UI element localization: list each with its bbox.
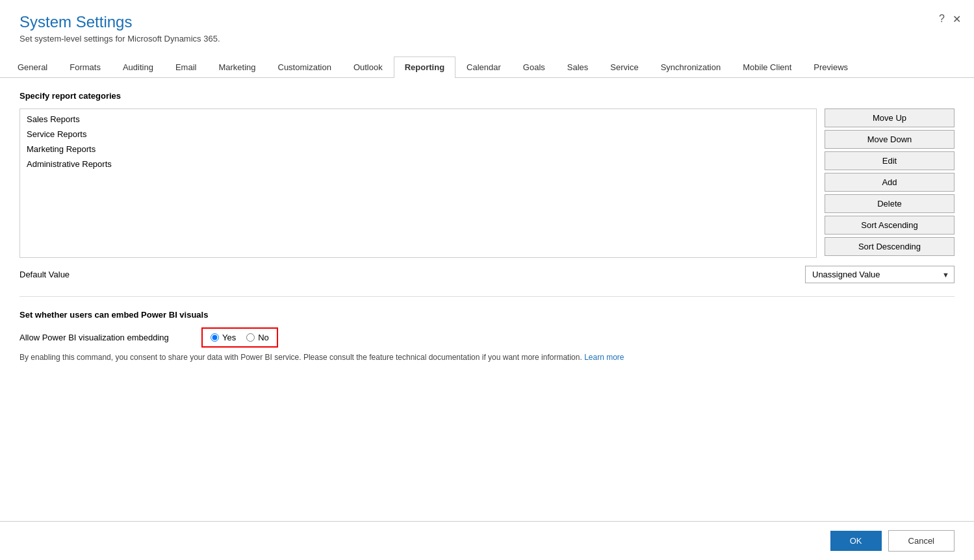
tab-previews[interactable]: Previews <box>802 57 859 77</box>
tab-auditing[interactable]: Auditing <box>112 57 164 77</box>
default-value-row: Default Value Unassigned ValueSales Repo… <box>19 266 955 283</box>
delete-button[interactable]: Delete <box>825 194 955 213</box>
tab-service[interactable]: Service <box>599 57 649 77</box>
edit-button[interactable]: Edit <box>825 151 955 170</box>
tabs-bar: GeneralFormatsAuditingEmailMarketingCust… <box>0 57 974 78</box>
tab-customization[interactable]: Customization <box>267 57 342 77</box>
tab-mobile-client[interactable]: Mobile Client <box>732 57 802 77</box>
power-bi-section-title: Set whether users can embed Power BI vis… <box>19 310 955 320</box>
sort-ascending-button[interactable]: Sort Ascending <box>825 216 955 235</box>
power-bi-row-label: Allow Power BI visualization embedding <box>19 333 188 342</box>
tab-marketing[interactable]: Marketing <box>207 57 266 77</box>
tab-calendar[interactable]: Calendar <box>455 57 512 77</box>
help-icon[interactable]: ? <box>939 13 945 25</box>
move-down-button[interactable]: Move Down <box>825 130 955 149</box>
default-value-label: Default Value <box>19 270 70 279</box>
yes-radio-label: Yes <box>222 333 236 342</box>
cancel-button[interactable]: Cancel <box>888 530 955 552</box>
report-categories-title: Specify report categories <box>19 91 955 101</box>
list-item[interactable]: Marketing Reports <box>23 142 814 157</box>
learn-more-link[interactable]: Learn more <box>584 353 624 362</box>
no-radio-option[interactable]: No <box>246 333 269 342</box>
dialog-header: System Settings Set system-level setting… <box>0 0 974 50</box>
footer: OK Cancel <box>0 521 974 560</box>
content-area: Specify report categories Sales ReportsS… <box>0 78 974 375</box>
power-bi-section: Set whether users can embed Power BI vis… <box>19 310 955 362</box>
move-up-button[interactable]: Move Up <box>825 108 955 127</box>
report-buttons-col: Move Up Move Down Edit Add Delete Sort A… <box>825 108 955 256</box>
tab-formats[interactable]: Formats <box>58 57 112 77</box>
tab-outlook[interactable]: Outlook <box>342 57 394 77</box>
list-item[interactable]: Administrative Reports <box>23 157 814 172</box>
dialog-subtitle: Set system-level settings for Microsoft … <box>19 34 955 44</box>
report-categories-area: Sales ReportsService ReportsMarketing Re… <box>19 108 955 258</box>
no-radio-input[interactable] <box>246 333 255 342</box>
dialog-title: System Settings <box>19 13 955 31</box>
tab-synchronization[interactable]: Synchronization <box>650 57 732 77</box>
report-list: Sales ReportsService ReportsMarketing Re… <box>19 108 817 258</box>
tab-email[interactable]: Email <box>164 57 208 77</box>
yes-radio-option[interactable]: Yes <box>211 333 236 342</box>
power-bi-radio-group: Yes No <box>201 327 278 348</box>
power-bi-row: Allow Power BI visualization embedding Y… <box>19 327 955 348</box>
tab-sales[interactable]: Sales <box>556 57 600 77</box>
consent-text-content: By enabling this command, you consent to… <box>19 353 582 362</box>
sort-descending-button[interactable]: Sort Descending <box>825 237 955 256</box>
section-separator <box>19 296 955 297</box>
no-radio-label: No <box>258 333 269 342</box>
tab-reporting[interactable]: Reporting <box>394 57 455 78</box>
list-item[interactable]: Service Reports <box>23 127 814 142</box>
list-item[interactable]: Sales Reports <box>23 112 814 127</box>
tab-goals[interactable]: Goals <box>512 57 556 77</box>
tab-general[interactable]: General <box>6 57 58 77</box>
consent-text: By enabling this command, you consent to… <box>19 353 955 362</box>
default-value-select[interactable]: Unassigned ValueSales ReportsService Rep… <box>805 266 955 283</box>
add-button[interactable]: Add <box>825 173 955 192</box>
header-actions: ? ✕ <box>939 13 961 25</box>
close-icon[interactable]: ✕ <box>953 13 961 25</box>
ok-button[interactable]: OK <box>830 531 882 551</box>
default-value-select-wrapper: Unassigned ValueSales ReportsService Rep… <box>805 266 955 283</box>
yes-radio-input[interactable] <box>211 333 219 342</box>
